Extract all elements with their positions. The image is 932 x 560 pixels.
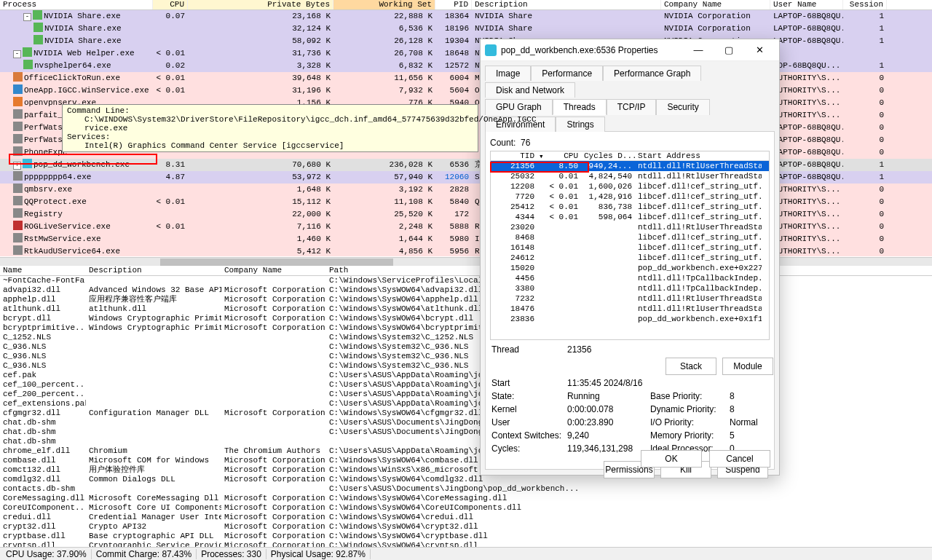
thread-row[interactable]: 250320.014,824,540ntdll.dll!RtlUserThrea…: [491, 171, 769, 181]
tab-image[interactable]: Image: [485, 66, 531, 81]
dll-col-company[interactable]: Company Name: [221, 266, 326, 275]
th-col-cpu[interactable]: ▾CPU: [537, 151, 581, 160]
tab-threads[interactable]: Threads: [553, 99, 607, 115]
dll-row[interactable]: credui.dllCredential Manager User Inte..…: [0, 513, 932, 522]
tree-toggle[interactable]: -: [13, 50, 21, 58]
tab-gpu-graph[interactable]: GPU Graph: [485, 99, 553, 115]
dll-row[interactable]: CoreMessaging.dllMicrosoft CoreMessaging…: [0, 494, 932, 503]
thread-row[interactable]: 18476ntdll.dll!RtlUserThreadStart: [491, 304, 769, 314]
process-row[interactable]: NVIDIA Share.exe58,092 K26,128 K19304NVI…: [0, 35, 932, 47]
col-private-bytes[interactable]: Private Bytes: [188, 0, 333, 9]
thread-row[interactable]: 23020ntdll.dll!RtlUserThreadStart: [491, 222, 769, 232]
col-pid[interactable]: PID: [435, 0, 472, 9]
dll-row[interactable]: combase.dllMicrosoft COM for WindowsMicr…: [0, 456, 932, 465]
dll-row[interactable]: ~FontCache-FontFa...C:\Windows\ServicePr…: [0, 276, 932, 285]
process-row[interactable]: ROGLiveService.exe< 0.017,116 K2,248 K58…: [0, 221, 932, 233]
thread-row[interactable]: 12208< 0.011,600,026libcef.dll!cef_strin…: [491, 181, 769, 192]
dll-col-desc[interactable]: Description: [86, 266, 221, 275]
dll-list[interactable]: ~FontCache-FontFa...C:\Windows\ServicePr…: [0, 276, 932, 551]
tree-toggle[interactable]: -: [23, 13, 31, 21]
thread-row[interactable]: 3380ntdll.dll!TpCallbackIndep...: [491, 283, 769, 293]
dll-row[interactable]: cef_extensions.pakC:\Users\ASUS\AppData\…: [0, 399, 932, 409]
col-session[interactable]: Session: [843, 0, 887, 9]
process-row[interactable]: QQProtect.exe< 0.0115,112 K11,108 K5840Q…: [0, 196, 932, 208]
process-name: PerfWatso: [24, 135, 67, 144]
tab-performance[interactable]: Performance: [531, 66, 603, 81]
thread-row[interactable]: 25412< 0.01836,738libcef.dll!cef_string_…: [491, 202, 769, 212]
ok-button[interactable]: OK: [641, 450, 702, 468]
dll-row[interactable]: apphelp.dll应用程序兼容性客户端库Microsoft Corporat…: [0, 295, 932, 304]
dll-row[interactable]: C_936.NLSC:\Windows\System32\C_936.NLS: [0, 342, 932, 352]
tab-performance-graph[interactable]: Performance Graph: [603, 66, 701, 81]
col-description[interactable]: Description: [472, 0, 661, 9]
tab-security[interactable]: Security: [656, 99, 709, 115]
tab-strings[interactable]: Strings: [556, 117, 604, 132]
th-col-tid[interactable]: TID: [491, 151, 537, 160]
dll-row[interactable]: cef_200_percent...C:\Users\ASUS\AppData\…: [0, 390, 932, 399]
horizontal-scrollbar[interactable]: [0, 257, 932, 266]
dll-row[interactable]: chrome_elf.dllChromiumThe Chromium Autho…: [0, 446, 932, 456]
dll-row[interactable]: comdlg32.dllCommon Dialogs DLLMicrosoft …: [0, 475, 932, 484]
process-row[interactable]: Registry22,000 K25,520 K172AUTHORITY\S..…: [0, 208, 932, 221]
thread-row[interactable]: 8468libcef.dll!cef_string_utf...: [491, 232, 769, 242]
thread-row[interactable]: 213568.50949,24...ntdll.dll!RtlUserThrea…: [491, 161, 769, 171]
process-row[interactable]: NVIDIA Share.exe32,124 K6,536 K18196NVID…: [0, 23, 932, 35]
tab-tcp/ip[interactable]: TCP/IP: [607, 99, 657, 115]
dll-row[interactable]: chat.db-shm: [0, 437, 932, 446]
process-row[interactable]: +pop_dd_workbench.exe8.3170,680 K236,028…: [0, 159, 932, 171]
dll-row[interactable]: C_936.NLSC:\Windows\System32\C_936.NLS: [0, 361, 932, 371]
dll-row[interactable]: crypt32.dllCrypto API32Microsoft Corpora…: [0, 522, 932, 532]
thread-row[interactable]: 4456ntdll.dll!TpCallbackIndep...: [491, 273, 769, 283]
maximize-button[interactable]: ▢: [714, 40, 744, 60]
thread-list[interactable]: 213568.50949,24...ntdll.dll!RtlUserThrea…: [491, 161, 769, 338]
process-row[interactable]: nvsphelper64.exe0.023,328 K6,832 K12572N…: [0, 60, 932, 72]
module-button[interactable]: Module: [722, 358, 773, 375]
col-company[interactable]: Company Name: [661, 0, 770, 9]
thread-row[interactable]: 23836pop_dd_workbench.exe+0x1f10: [491, 314, 769, 324]
close-button[interactable]: ✕: [744, 40, 775, 60]
dll-row[interactable]: C_936.NLSC:\Windows\System32\C_936.NLS: [0, 352, 932, 361]
dll-row[interactable]: atlthunk.dllatlthunk.dllMicrosoft Corpor…: [0, 304, 932, 314]
dll-row[interactable]: cef.pakC:\Users\ASUS\AppData\Roaming\jd\…: [0, 371, 932, 380]
col-cpu[interactable]: CPU: [153, 0, 188, 9]
process-row[interactable]: RtkAudUService64.exe5,412 K4,856 K5956Re…: [0, 245, 932, 256]
th-col-start-address[interactable]: Start Address: [635, 151, 762, 160]
process-icon: [13, 84, 23, 94]
thread-row[interactable]: 7720< 0.011,428,916libcef.dll!cef_string…: [491, 192, 769, 202]
dll-col-name[interactable]: Name: [0, 266, 86, 275]
tree-toggle[interactable]: +: [13, 162, 21, 170]
thread-row[interactable]: 4344< 0.01598,064libcef.dll!cef_string_u…: [491, 212, 769, 222]
dll-row[interactable]: cryptbase.dllBase cryptographic API DLLM…: [0, 532, 932, 541]
tab-disk-and-network[interactable]: Disk and Network: [485, 82, 575, 98]
col-user[interactable]: User Name: [770, 0, 843, 9]
thread-row[interactable]: 15020pop_dd_workbench.exe+0x22714: [491, 263, 769, 273]
process-row[interactable]: -NVIDIA Web Helper.exe< 0.0131,736 K26,7…: [0, 47, 932, 60]
stack-button[interactable]: Stack: [666, 358, 716, 375]
process-row[interactable]: qmbsrv.exe1,648 K3,192 K2828AUTHORITY\S.…: [0, 184, 932, 196]
thread-row[interactable]: 16148libcef.dll!cef_string_utf...: [491, 242, 769, 253]
dll-row[interactable]: advapi32.dllAdvanced Windows 32 Base API…: [0, 285, 932, 295]
dll-row[interactable]: comct132.dll用户体验控件库Microsoft Corporation…: [0, 465, 932, 475]
thread-row[interactable]: 24612libcef.dll!cef_string_utf...: [491, 253, 769, 263]
dll-row[interactable]: bcryptprimitive...Windows Cryptographic …: [0, 323, 932, 333]
dll-row[interactable]: cfgmgr32.dllConfiguration Manager DLLMic…: [0, 409, 932, 418]
process-row[interactable]: -NVIDIA Share.exe0.0723,168 K22,888 K183…: [0, 10, 932, 23]
dll-row[interactable]: C_1252.NLSC:\Windows\System32\C_1252.NLS: [0, 333, 932, 342]
dll-row[interactable]: contacts.db-shmC:\Users\ASUS\Documents\J…: [0, 484, 932, 494]
dll-row[interactable]: CoreUIComponent...Microsoft Core UI Comp…: [0, 503, 932, 513]
col-working-set[interactable]: Working Set: [333, 0, 435, 9]
process-row[interactable]: RstMwService.exe1,460 K1,644 K5980InteAU…: [0, 233, 932, 245]
dll-row[interactable]: cef_100_percent...C:\Users\ASUS\AppData\…: [0, 380, 932, 390]
dll-row[interactable]: bcrypt.dllWindows Cryptographic Primit..…: [0, 314, 932, 323]
process-row[interactable]: pppppppp64.exe4.8753,972 K57,940 K12060S…: [0, 171, 932, 184]
thread-row[interactable]: 7232ntdll.dll!RtlUserThreadStart: [491, 293, 769, 304]
th-col-cycles[interactable]: Cycles D...: [581, 151, 635, 160]
process-row[interactable]: OneApp.IGCC.WinService.exe< 0.0131,196 K…: [0, 84, 932, 97]
minimize-button[interactable]: —: [683, 40, 714, 60]
dialog-titlebar[interactable]: pop_dd_workbench.exe:6536 Properties — ▢…: [481, 39, 779, 61]
dll-row[interactable]: chat.db-shmC:\Users\ASUS\Documents\JingD…: [0, 427, 932, 437]
col-process[interactable]: Process: [0, 0, 153, 9]
dll-row[interactable]: chat.db-shmC:\Users\ASUS\Documents\JingD…: [0, 418, 932, 427]
process-row[interactable]: OfficeClickToRun.exe< 0.0139,648 K11,656…: [0, 72, 932, 84]
cancel-button[interactable]: Cancel: [709, 450, 770, 468]
